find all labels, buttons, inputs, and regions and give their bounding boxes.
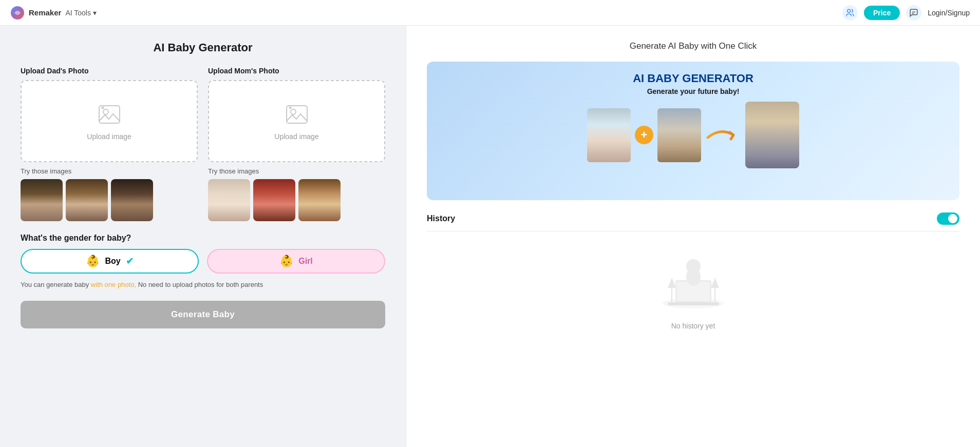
upload-section: Upload Dad's Photo Upload image Try thos… xyxy=(21,67,385,221)
dad-upload-text: Upload image xyxy=(87,132,131,141)
svg-point-1 xyxy=(847,9,851,12)
gender-section: What's the gender for baby? 👶 Boy ✔ 👶 Gi… xyxy=(21,234,385,274)
boy-check-icon: ✔ xyxy=(126,256,134,267)
dad-upload-box[interactable]: Upload image xyxy=(21,80,198,162)
chat-icon[interactable] xyxy=(906,5,921,21)
svg-rect-15 xyxy=(668,302,719,305)
svg-point-17 xyxy=(686,259,701,274)
mom-upload-text: Upload image xyxy=(274,132,318,141)
gender-options: 👶 Boy ✔ 👶 Girl xyxy=(21,249,385,274)
dad-upload-column: Upload Dad's Photo Upload image Try thos… xyxy=(21,67,198,221)
dad-try-label: Try those images xyxy=(21,167,198,175)
girl-label: Girl xyxy=(298,257,313,266)
toggle-slider xyxy=(937,212,959,225)
promo-baby-face xyxy=(745,102,799,168)
right-panel: Generate AI Baby with One Click AI BABY … xyxy=(406,26,980,447)
mom-sample-1[interactable] xyxy=(208,179,250,221)
navbar-right: Price Login/Signup xyxy=(842,5,970,21)
dad-sample-1[interactable] xyxy=(21,179,63,221)
mom-upload-box[interactable]: Upload image xyxy=(208,80,385,162)
promo-card: AI BABY GENERATOR Generate your future b… xyxy=(427,62,959,200)
generate-baby-button[interactable]: Generate Baby xyxy=(21,301,385,328)
left-panel: AI Baby Generator Upload Dad's Photo Upl… xyxy=(0,26,406,447)
gender-title: What's the gender for baby? xyxy=(21,234,385,243)
main-layout: AI Baby Generator Upload Dad's Photo Upl… xyxy=(0,26,980,447)
svg-marker-19 xyxy=(668,278,676,288)
history-toggle[interactable] xyxy=(937,212,959,225)
ai-tools-menu[interactable]: AI Tools ▾ xyxy=(65,9,97,17)
promo-dad-face xyxy=(657,108,701,162)
logo-icon xyxy=(10,6,25,20)
note-link[interactable]: with one photo, xyxy=(91,281,136,288)
plus-icon: + xyxy=(635,126,653,144)
svg-point-5 xyxy=(103,109,108,114)
svg-point-9 xyxy=(291,109,296,114)
history-section: History xyxy=(427,212,959,340)
boy-gender-button[interactable]: 👶 Boy ✔ xyxy=(21,249,199,274)
community-icon[interactable] xyxy=(842,5,858,21)
mom-sample-2[interactable] xyxy=(253,179,295,221)
login-button[interactable]: Login/Signup xyxy=(928,9,970,17)
chevron-down-icon: ▾ xyxy=(93,9,97,17)
note-text: You can generate baby with one photo, No… xyxy=(21,280,385,290)
price-button[interactable]: Price xyxy=(864,6,900,20)
boy-label: Boy xyxy=(105,257,120,266)
arrow-icon xyxy=(705,125,741,145)
mom-try-label: Try those images xyxy=(208,167,385,175)
history-header: History xyxy=(427,212,959,231)
promo-faces: + xyxy=(435,102,951,168)
empty-history: No history yet xyxy=(427,231,959,340)
page-title: AI Baby Generator xyxy=(21,41,385,54)
svg-marker-21 xyxy=(711,278,719,288)
dad-sample-images xyxy=(21,179,198,221)
history-title: History xyxy=(427,214,455,223)
mom-upload-column: Upload Mom's Photo Upload image Try thos… xyxy=(208,67,385,221)
promo-mom-face xyxy=(587,108,631,162)
dad-sample-2[interactable] xyxy=(66,179,108,221)
navbar: Remaker AI Tools ▾ Price Login/Signup xyxy=(0,0,980,26)
empty-history-text: No history yet xyxy=(671,322,715,330)
brand-name: Remaker xyxy=(29,8,61,17)
empty-illustration-icon xyxy=(657,252,729,314)
dad-upload-icon xyxy=(97,102,122,127)
girl-gender-button[interactable]: 👶 Girl xyxy=(207,249,385,274)
navbar-left: Remaker AI Tools ▾ xyxy=(10,6,97,20)
boy-emoji: 👶 xyxy=(86,255,100,268)
promo-card-title: AI BABY GENERATOR xyxy=(633,72,753,85)
mom-sample-images xyxy=(208,179,385,221)
mom-sample-3[interactable] xyxy=(298,179,341,221)
promo-card-subtitle: Generate your future baby! xyxy=(647,87,740,95)
girl-emoji: 👶 xyxy=(279,255,293,268)
right-panel-title: Generate AI Baby with One Click xyxy=(427,41,959,51)
dad-upload-label: Upload Dad's Photo xyxy=(21,67,198,75)
dad-sample-3[interactable] xyxy=(111,179,153,221)
mom-upload-icon xyxy=(284,102,310,127)
mom-upload-label: Upload Mom's Photo xyxy=(208,67,385,75)
